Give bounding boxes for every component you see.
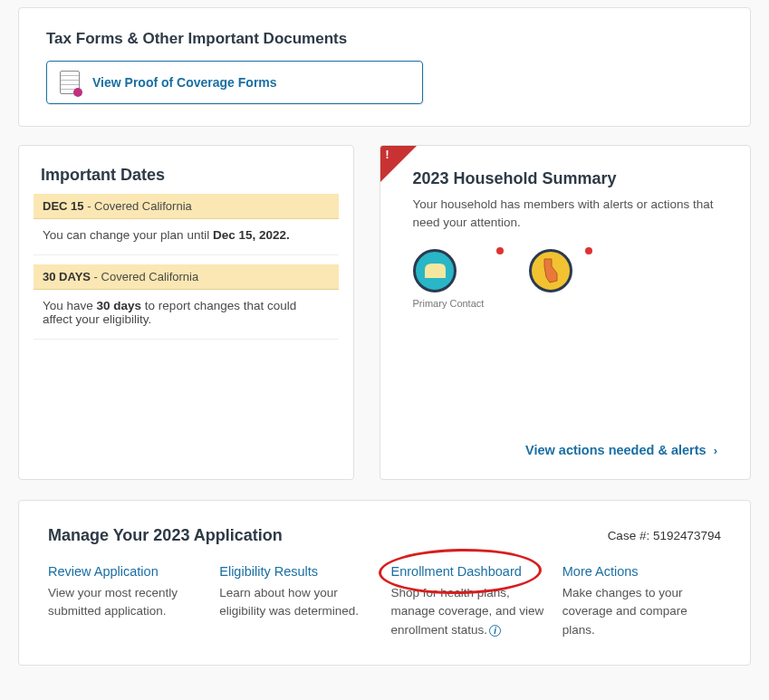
tax-forms-title: Tax Forms & Other Important Documents [46, 30, 723, 48]
member-avatar[interactable]: Primary Contact [413, 249, 485, 309]
date-detail-bold: 30 days [97, 299, 142, 312]
enrollment-dashboard-link[interactable]: Enrollment Dashboard [391, 564, 522, 579]
document-icon [60, 71, 80, 94]
enrollment-dashboard-desc: Shop for health plans, manage coverage, … [391, 584, 550, 639]
manage-title: Manage Your 2023 Application [48, 526, 283, 545]
date-banner-rest: - Covered California [84, 199, 192, 213]
case-label: Case #: [608, 529, 653, 542]
review-application-desc: View your most recently submitted applic… [48, 584, 207, 621]
manage-col-more: More Actions Make changes to your covera… [562, 563, 721, 639]
summary-title: 2023 Household Summary [413, 169, 718, 188]
case-number: Case #: 5192473794 [608, 529, 721, 542]
california-icon [539, 257, 562, 284]
manage-col-eligibility: Eligibility Results Learn about how your… [219, 563, 378, 639]
date-detail-pre: You have [43, 299, 97, 312]
primary-contact-label: Primary Contact [413, 298, 485, 309]
summary-subtitle: Your household has members with alerts o… [413, 196, 718, 233]
eligibility-results-desc: Learn about how your eligibility was det… [219, 584, 378, 621]
view-actions-link[interactable]: View actions needed & alerts › [413, 443, 718, 457]
alert-dot-icon [585, 247, 592, 254]
date-banner: DEC 15 - Covered California [34, 194, 339, 219]
important-dates-title: Important Dates [41, 166, 332, 185]
case-number-value: 5192473794 [653, 529, 721, 542]
date-detail: You have 30 days to report changes that … [34, 290, 339, 340]
info-icon[interactable]: i [489, 625, 501, 637]
member-avatar[interactable] [529, 249, 572, 309]
review-application-link[interactable]: Review Application [48, 564, 159, 579]
date-banner-bold: 30 DAYS [43, 270, 91, 283]
manage-header: Manage Your 2023 Application Case #: 519… [48, 526, 721, 545]
alert-dot-icon [496, 247, 504, 254]
more-actions-desc: Make changes to your coverage and compar… [562, 584, 721, 639]
alert-corner-icon [380, 146, 417, 182]
manage-col-enrollment: Enrollment Dashboard Shop for health pla… [391, 563, 550, 639]
chevron-right-icon: › [714, 444, 717, 457]
bear-avatar-icon [413, 249, 457, 292]
middle-row: Important Dates DEC 15 - Covered Califor… [18, 145, 751, 480]
important-dates-card: Important Dates DEC 15 - Covered Califor… [18, 145, 354, 480]
household-avatars: Primary Contact [413, 249, 718, 309]
bear-icon [421, 261, 448, 281]
date-banner-rest: - Covered California [91, 270, 198, 283]
eligibility-results-link[interactable]: Eligibility Results [219, 564, 318, 579]
date-banner: 30 DAYS - Covered California [34, 264, 339, 290]
view-actions-label: View actions needed & alerts [525, 443, 707, 457]
state-avatar-icon [529, 249, 572, 292]
date-detail-pre: You can change your plan until [43, 228, 213, 242]
date-detail-bold: Dec 15, 2022. [213, 228, 290, 242]
view-proof-label: View Proof of Coverage Forms [92, 75, 277, 90]
manage-application-card: Manage Your 2023 Application Case #: 519… [18, 500, 751, 666]
manage-columns: Review Application View your most recent… [48, 563, 721, 639]
date-detail: You can change your plan until Dec 15, 2… [34, 219, 339, 255]
manage-col-review: Review Application View your most recent… [48, 563, 207, 639]
tax-forms-card: Tax Forms & Other Important Documents Vi… [18, 7, 751, 127]
household-summary-card: 2023 Household Summary Your household ha… [380, 145, 752, 480]
view-proof-button[interactable]: View Proof of Coverage Forms [46, 61, 423, 104]
date-banner-bold: DEC 15 [43, 199, 84, 213]
more-actions-link[interactable]: More Actions [562, 564, 639, 579]
